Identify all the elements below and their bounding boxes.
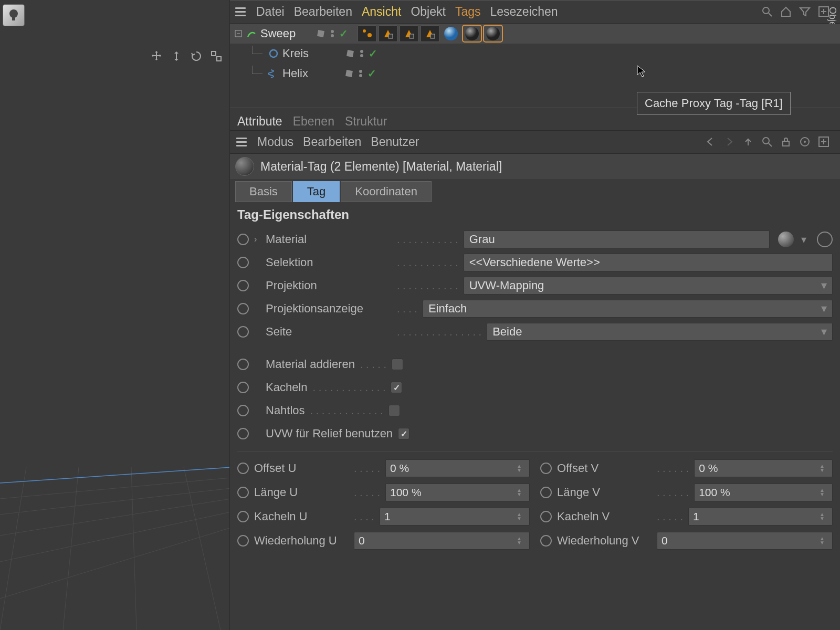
back-icon[interactable]	[705, 136, 717, 149]
anim-dot[interactable]	[540, 487, 552, 498]
selektion-field[interactable]: <<Verschiedene Werte>>	[464, 254, 833, 271]
tree-row-helix[interactable]: Helix ✓	[230, 64, 840, 83]
menu-benutzer[interactable]: Benutzer	[371, 135, 419, 149]
layer-icon[interactable]	[315, 28, 327, 39]
spinner-icon[interactable]: ▲▼	[517, 488, 525, 497]
tab-attribute[interactable]: Attribute	[237, 114, 282, 129]
spinner-icon[interactable]: ▲▼	[820, 488, 828, 497]
tab-struktur[interactable]: Struktur	[345, 114, 387, 129]
spinner-icon[interactable]: ▲▼	[820, 537, 828, 545]
tip-button[interactable]	[3, 4, 25, 26]
add-icon[interactable]	[818, 136, 831, 149]
tab-ebenen[interactable]: Ebenen	[293, 114, 334, 129]
menu-datei[interactable]: Datei	[256, 5, 285, 19]
viewport-3d[interactable]	[0, 220, 229, 630]
offset-u-input[interactable]: 0 %▲▼	[385, 459, 530, 477]
offset-v-input[interactable]: 0 %▲▼	[694, 459, 833, 477]
spinner-icon[interactable]: ▲▼	[517, 512, 525, 521]
seite-dropdown[interactable]: Beide	[487, 323, 833, 341]
anim-dot[interactable]	[540, 511, 552, 522]
menu-burger-icon[interactable]	[235, 136, 248, 148]
maximize-icon[interactable]	[208, 48, 224, 64]
anim-dot[interactable]	[237, 463, 249, 474]
anim-dot[interactable]	[237, 382, 249, 393]
layer-icon[interactable]	[343, 68, 355, 79]
anim-dot[interactable]	[237, 511, 249, 522]
prop-material: › Material . . . . . . . . . . . Grau ▾	[237, 229, 833, 249]
material-tag-dark-1[interactable]	[463, 25, 481, 42]
anim-dot[interactable]	[237, 234, 249, 245]
enable-check-icon[interactable]: ✓	[368, 67, 376, 80]
collapse-icon[interactable]	[234, 29, 243, 38]
menu-tags[interactable]: Tags	[455, 5, 481, 19]
enable-check-icon[interactable]: ✓	[369, 47, 377, 60]
material-field[interactable]: Grau	[464, 230, 770, 248]
visibility-dots[interactable]	[359, 70, 362, 77]
material-preview-icon[interactable]	[778, 232, 794, 247]
kacheln-v-input[interactable]: 1▲▼	[688, 508, 833, 526]
laenge-v-input[interactable]: 100 %▲▼	[694, 484, 833, 501]
lock-icon[interactable]	[780, 136, 793, 149]
search-icon-2[interactable]	[761, 136, 774, 149]
kacheln-u-input[interactable]: 1▲▼	[380, 508, 530, 526]
home-icon[interactable]	[780, 6, 793, 18]
menu-lesezeichen[interactable]: Lesezeichen	[490, 5, 558, 19]
wiederholung-u-input[interactable]: 0▲▼	[354, 532, 530, 550]
move-icon[interactable]	[149, 48, 164, 64]
plus-icon[interactable]	[818, 6, 831, 18]
chevron-right-icon[interactable]: ›	[254, 235, 260, 244]
menu-bearbeiten[interactable]: Bearbeiten	[294, 5, 352, 19]
rotate-icon[interactable]	[188, 48, 204, 64]
checkbox-nahtlos[interactable]	[388, 405, 400, 416]
menu-ansicht[interactable]: Ansicht	[362, 5, 401, 19]
anim-dot[interactable]	[237, 487, 249, 498]
tab-koordinaten[interactable]: Koordinaten	[341, 181, 432, 202]
anim-dot[interactable]	[237, 326, 249, 338]
anim-dot[interactable]	[237, 257, 249, 268]
spinner-icon[interactable]: ▲▼	[517, 537, 525, 545]
up-icon[interactable]	[742, 136, 755, 149]
tag-cache-2[interactable]	[400, 25, 418, 42]
checkbox-kacheln[interactable]: ✓	[391, 382, 402, 393]
anim-dot[interactable]	[540, 535, 552, 547]
material-tag-blue[interactable]	[442, 25, 460, 42]
wiederholung-v-input[interactable]: 0▲▼	[657, 532, 833, 550]
target-icon[interactable]	[799, 136, 812, 149]
menu-modus[interactable]: Modus	[257, 135, 293, 149]
visibility-dots[interactable]	[331, 30, 334, 37]
tree-row-kreis[interactable]: Kreis ✓	[230, 44, 840, 64]
anim-dot[interactable]	[237, 280, 249, 291]
anim-dot[interactable]	[237, 428, 249, 439]
spinner-icon[interactable]: ▲▼	[820, 464, 828, 472]
menu-burger-icon[interactable]	[234, 6, 247, 17]
anim-dot[interactable]	[237, 303, 249, 314]
tag-cache-3[interactable]	[421, 25, 439, 42]
projektion-dropdown[interactable]: UVW-Mapping	[464, 277, 833, 295]
anim-dot[interactable]	[237, 535, 249, 547]
tag-vertex[interactable]	[358, 25, 376, 42]
spinner-icon[interactable]: ▲▼	[820, 512, 828, 521]
anim-dot[interactable]	[540, 463, 552, 474]
picker-icon[interactable]	[817, 232, 833, 247]
tab-basis[interactable]: Basis	[235, 181, 292, 202]
tab-tag[interactable]: Tag	[293, 181, 340, 202]
enable-check-icon[interactable]: ✓	[339, 27, 348, 40]
chevron-down-icon[interactable]: ▾	[799, 233, 808, 246]
visibility-dots[interactable]	[360, 50, 363, 57]
scale-icon[interactable]	[169, 48, 184, 64]
checkbox-material-addieren[interactable]	[392, 359, 403, 370]
tree-row-sweep[interactable]: Sweep ✓	[230, 24, 840, 44]
tag-cache-1[interactable]	[379, 25, 397, 42]
filter-icon[interactable]	[799, 6, 812, 18]
spinner-icon[interactable]: ▲▼	[517, 464, 525, 472]
search-icon[interactable]	[761, 6, 774, 18]
menu-bearbeiten-2[interactable]: Bearbeiten	[303, 135, 361, 149]
projektionsanzeige-dropdown[interactable]: Einfach	[423, 300, 833, 318]
anim-dot[interactable]	[237, 359, 249, 370]
laenge-u-input[interactable]: 100 %▲▼	[385, 484, 530, 501]
layer-icon[interactable]	[344, 48, 356, 59]
menu-objekt[interactable]: Objekt	[411, 5, 445, 19]
anim-dot[interactable]	[237, 405, 249, 416]
material-tag-dark-2[interactable]	[484, 25, 502, 42]
checkbox-uvw-relief[interactable]: ✓	[398, 428, 410, 439]
